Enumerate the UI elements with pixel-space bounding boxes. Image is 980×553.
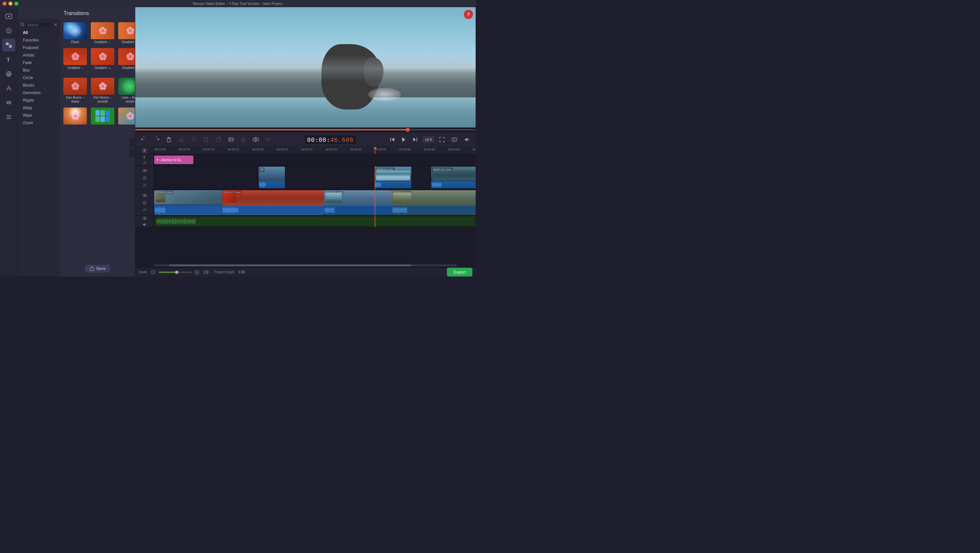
- search-input[interactable]: [26, 22, 52, 27]
- video-clip-bdmv5-main[interactable]: BDMV5.mov: [324, 190, 392, 215]
- fullscreen-preview-button[interactable]: [437, 135, 447, 145]
- collapse-panel-button[interactable]: ‹: [130, 138, 135, 158]
- skip-forward-button[interactable]: [410, 135, 420, 145]
- maximize-button[interactable]: [14, 2, 18, 6]
- svg-rect-26: [231, 139, 233, 140]
- sidebar-item-filters[interactable]: [2, 67, 15, 80]
- fullscreen-button[interactable]: [450, 135, 459, 145]
- scale-slider-handle[interactable]: [175, 271, 178, 274]
- title-clip[interactable]: T Journey to Ka: [154, 156, 193, 164]
- audio-track-content: [154, 216, 476, 227]
- category-blur[interactable]: Blur: [19, 67, 59, 74]
- split-button[interactable]: [263, 135, 273, 145]
- timeline-ruler-row: + 00:00:00 00:00:05 00:00:10 00:00:15 00…: [135, 147, 476, 154]
- video-clip-bdmv1-main[interactable]: BDMV1.mov: [154, 190, 222, 215]
- audio-mute-icon[interactable]: [142, 222, 148, 228]
- video-clip-bdmv9-main[interactable]: BDMV9.mov: [392, 190, 476, 215]
- sidebar-item-text[interactable]: T: [2, 53, 15, 66]
- scale-slider[interactable]: [159, 272, 191, 273]
- bdmv5-main-waveform: [324, 206, 392, 214]
- settings-button[interactable]: [251, 135, 261, 145]
- sidebar-item-motion[interactable]: [2, 82, 15, 95]
- main-lock-icon[interactable]: [142, 200, 148, 206]
- redo-button[interactable]: [151, 135, 161, 145]
- rotate-button[interactable]: [189, 135, 199, 145]
- edit-icon[interactable]: [142, 182, 148, 188]
- category-blocks[interactable]: Blocks: [19, 82, 59, 89]
- add-track-button[interactable]: +: [142, 147, 148, 154]
- search-clear-button[interactable]: ✕: [54, 22, 57, 27]
- category-circle[interactable]: Circle: [19, 74, 59, 81]
- main-video-track-controls: [135, 190, 154, 215]
- transition-gradient-left[interactable]: 🌸 Gradient ←: [90, 22, 115, 45]
- transition-kb-sharp[interactable]: 🌸 Ken Burns – sharp: [63, 77, 88, 104]
- sidebar-item-media[interactable]: [2, 10, 15, 23]
- sidebar-item-transitions[interactable]: [2, 38, 15, 52]
- timeline-scrollbar-thumb[interactable]: [169, 265, 411, 266]
- category-all[interactable]: All: [19, 29, 59, 36]
- aspect-ratio-button[interactable]: 16:9: [422, 136, 434, 143]
- svg-point-29: [255, 139, 257, 140]
- undo-button[interactable]: [139, 135, 149, 145]
- transition-gradient-right[interactable]: 🌸 Gradient →: [118, 22, 135, 45]
- transition-gradient-diag1[interactable]: 🌸 Gradient ↘: [90, 48, 115, 75]
- category-ripple[interactable]: Ripple: [19, 97, 59, 104]
- transition-lens-center[interactable]: Lens – from center: [118, 77, 135, 104]
- transition-kb-smooth[interactable]: 🌸 Ken Burns – smooth: [90, 77, 115, 104]
- transition-extra2[interactable]: [90, 107, 115, 126]
- sidebar-item-equalizer[interactable]: [2, 110, 15, 124]
- main-visibility-icon[interactable]: [142, 193, 148, 198]
- color-button[interactable]: [214, 135, 223, 145]
- lock-icon[interactable]: [142, 175, 148, 181]
- category-wipe[interactable]: Wipe: [19, 112, 59, 119]
- category-featured[interactable]: Featured: [19, 44, 59, 51]
- category-warp[interactable]: Warp: [19, 104, 59, 112]
- store-button[interactable]: Store: [85, 265, 110, 273]
- sidebar-item-effects[interactable]: [2, 24, 15, 37]
- title-track-edit-icon[interactable]: [142, 161, 148, 166]
- timeline-fit-icon[interactable]: [204, 270, 208, 274]
- audio-button[interactable]: [239, 135, 248, 145]
- category-favorites[interactable]: Favorites: [19, 37, 59, 44]
- category-fade[interactable]: Fade: [19, 59, 59, 66]
- video-clip-bdmv6[interactable]: BDMV6.mov: [375, 167, 411, 188]
- transition-gradient-diag2[interactable]: 🌸 Gradient ↗: [118, 48, 135, 75]
- category-artistic[interactable]: Artistic: [19, 52, 59, 59]
- category-geometric[interactable]: Geometric: [19, 89, 59, 96]
- transition-gradient-left-label: Gradient ←: [94, 40, 111, 44]
- play-button[interactable]: [399, 135, 409, 145]
- timeline-scrollbar[interactable]: [135, 263, 476, 267]
- transition-extra3[interactable]: 🌸: [118, 107, 135, 126]
- ruler-time-30: 00:00:30: [301, 148, 313, 151]
- video-clip-bl[interactable]: Bl: [259, 167, 285, 188]
- transition-gradient-down[interactable]: 🌸 Gradient ↓: [63, 48, 88, 75]
- video-clip-bdmv2-main[interactable]: BDMV2.mov: [222, 190, 324, 215]
- bdmv9-main-waveform: [392, 206, 476, 214]
- transitions-header: Transitions: [18, 7, 135, 19]
- category-zoom[interactable]: Zoom: [19, 119, 59, 126]
- search-icon: [20, 22, 24, 27]
- help-button[interactable]: ?: [464, 10, 473, 19]
- cut-button[interactable]: [177, 135, 186, 145]
- audio-visibility-icon[interactable]: [142, 216, 148, 221]
- svg-line-21: [180, 137, 181, 140]
- main-edit-icon[interactable]: [142, 207, 148, 213]
- video-clip-bdmv12[interactable]: BDMV12.mov: [431, 167, 476, 188]
- sidebar-item-audio[interactable]: [2, 96, 15, 109]
- minimize-button[interactable]: [8, 2, 13, 6]
- progress-handle[interactable]: [406, 128, 410, 132]
- close-button[interactable]: [3, 2, 6, 6]
- crop-button[interactable]: [201, 135, 211, 145]
- export-button[interactable]: Export: [447, 268, 473, 276]
- progress-bar-container[interactable]: [135, 127, 476, 132]
- skip-back-button[interactable]: [388, 135, 398, 145]
- visibility-icon[interactable]: [142, 168, 148, 174]
- svg-rect-4: [9, 45, 12, 48]
- volume-button[interactable]: [462, 135, 472, 145]
- delete-button[interactable]: [164, 135, 174, 145]
- ruler-time-55: 00:00:55: [424, 148, 435, 151]
- transition-flash[interactable]: Flash: [63, 22, 88, 45]
- media-button[interactable]: [226, 135, 236, 145]
- transition-flash-label: Flash: [71, 40, 79, 44]
- transition-extra1[interactable]: 🌸: [63, 107, 88, 126]
